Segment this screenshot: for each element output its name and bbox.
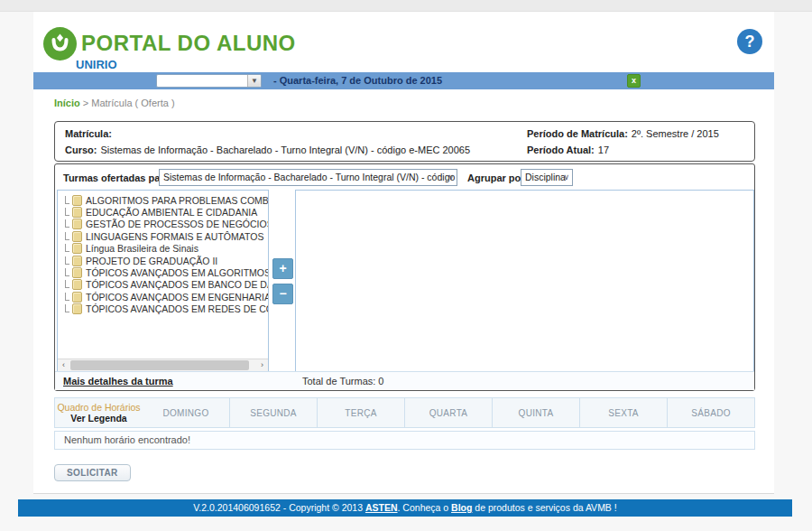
remove-turma-button[interactable]: − [272, 284, 293, 304]
tree-expander-icon[interactable] [61, 293, 70, 302]
institution-name: UNIRIO [76, 58, 117, 71]
breadcrumb: Início > Matrícula ( Oferta ) [54, 98, 175, 108]
folder-icon [72, 267, 82, 278]
periodo-matricula-value: 2º. Semestre / 2015 [632, 128, 719, 139]
schedule-day-header: SEXTA [580, 397, 668, 428]
tree-item-label: PROJETO DE GRADUAÇÃO II [86, 256, 217, 266]
footer-middle-text: . Conheça o [398, 502, 452, 513]
tree-expander-icon[interactable] [61, 232, 70, 241]
agrupar-select-value: Disciplina [525, 172, 566, 182]
tree-expander-icon[interactable] [61, 268, 70, 277]
agrupar-por-label: Agrupar por [467, 172, 525, 183]
quadro-horarios-label: Quadro de Horários [57, 402, 140, 413]
curso-label: Curso: [65, 144, 97, 155]
tree-expander-icon[interactable] [61, 219, 70, 228]
tree-item-label: TÓPICOS AVANÇADOS EM BANCO DE DADOS II [86, 279, 269, 290]
tree-item[interactable]: Língua Brasileira de Sinais [61, 243, 268, 255]
folder-icon [72, 231, 82, 242]
tree-expander-icon[interactable] [61, 304, 70, 313]
agrupar-por-select[interactable]: Disciplina ∨ [521, 169, 573, 186]
portal-logo [43, 27, 77, 61]
tree-item[interactable]: GESTÃO DE PROCESSOS DE NEGÓCIOS [61, 219, 268, 230]
solicitar-button[interactable]: SOLICITAR [54, 464, 131, 481]
tree-item[interactable]: LINGUAGENS FORMAIS E AUTÔMATOS [61, 230, 268, 242]
schedule-day-header: SÁBADO [668, 397, 755, 428]
breadcrumb-current: > Matrícula ( Oferta ) [80, 98, 175, 108]
tree-item-label: GESTÃO DE PROCESSOS DE NEGÓCIOS [86, 219, 269, 229]
offers-section-footer: Mais detalhes da turma Total de Turmas: … [55, 371, 754, 390]
current-date: - Quarta-feira, 7 de Outubro de 2015 [273, 75, 442, 86]
top-bar: ▼ - Quarta-feira, 7 de Outubro de 2015 x [33, 72, 774, 89]
breadcrumb-home-link[interactable]: Início [54, 98, 80, 108]
tree-item-label: TÓPICOS AVANÇADOS EM ALGORITMOS I [86, 267, 269, 278]
chevron-down-icon: ∨ [448, 170, 454, 185]
blog-link[interactable]: Blog [451, 502, 472, 513]
tree-expander-icon[interactable] [61, 208, 70, 217]
close-icon[interactable]: x [627, 74, 641, 88]
folder-icon [72, 243, 82, 254]
schedule-day-header: QUARTA [405, 397, 493, 428]
footer-bar: V.2.0.201406091652 - Copyright © 2013 AS… [18, 499, 792, 517]
add-turma-button[interactable]: + [272, 258, 293, 279]
schedule-empty-message: Nenhum horário encontrado! [54, 431, 755, 450]
disciplines-tree-panel: ALGORITMOS PARA PROBLEMAS COMBINATÓRIOS … [57, 190, 269, 372]
horizontal-scrollbar[interactable]: ‹ › [58, 359, 268, 371]
folder-icon [72, 292, 82, 303]
periodo-atual-value: 17 [598, 144, 609, 155]
tree-item[interactable]: ALGORITMOS PARA PROBLEMAS COMBINATÓRIOS [61, 194, 268, 206]
tree-item[interactable]: TÓPICOS AVANÇADOS EM ALGORITMOS I [61, 266, 268, 278]
scroll-right-icon[interactable]: › [256, 359, 268, 371]
schedule-day-header: QUINTA [493, 397, 580, 428]
periodo-atual-row: Período Atual:17 [527, 144, 609, 155]
enrollment-info-box: Matrícula: Curso:Sistemas de Informação … [54, 121, 755, 162]
total-turmas-label: Total de Turmas: 0 [302, 376, 384, 387]
tree-expander-icon[interactable] [61, 280, 70, 289]
curso-row: Curso:Sistemas de Informação - Bacharela… [65, 144, 470, 155]
tree-item[interactable]: TÓPICOS AVANÇADOS EM ENGENHARIA DE SOFTW… [61, 291, 268, 303]
curso-select-value: Sistemas de Informação - Bacharelado - T… [163, 172, 457, 182]
folder-icon [72, 279, 82, 290]
tree-item[interactable]: PROJETO DE GRADUAÇÃO II [61, 255, 268, 266]
schedule-day-header: TERÇA [318, 397, 405, 428]
tree-item-label: LINGUAGENS FORMAIS E AUTÔMATOS [86, 231, 263, 242]
help-icon[interactable]: ? [737, 29, 762, 54]
unirio-logo-icon [43, 27, 77, 61]
footer-rest-text: de produtos e serviços da AVMB ! [472, 502, 616, 513]
periodo-matricula-row: Período de Matrícula:2º. Semestre / 2015 [527, 128, 719, 139]
top-strip [0, 0, 812, 12]
tree-expander-icon[interactable] [61, 196, 70, 205]
footer-version-text: V.2.0.201406091652 - Copyright © 2013 [193, 502, 365, 513]
topbar-dropdown[interactable]: ▼ [156, 74, 262, 88]
matricula-label: Matrícula: [65, 128, 112, 139]
tree-expander-icon[interactable] [61, 244, 70, 253]
chevron-down-icon: ∨ [563, 170, 569, 185]
scroll-left-icon[interactable]: ‹ [58, 359, 69, 371]
chevron-down-icon[interactable]: ▼ [247, 75, 261, 87]
folder-icon [72, 195, 82, 206]
disciplines-tree: ALGORITMOS PARA PROBLEMAS COMBINATÓRIOS … [58, 191, 268, 315]
tree-item[interactable]: TÓPICOS AVANÇADOS EM BANCO DE DADOS II [61, 279, 268, 291]
periodo-atual-label: Período Atual: [527, 144, 595, 155]
schedule-day-header: SEGUNDA [230, 397, 318, 428]
folder-icon [72, 207, 82, 218]
ver-legenda-link[interactable]: Ver Legenda [70, 413, 126, 424]
tree-item-label: EDUCAÇÃO AMBIENTAL E CIDADANIA [86, 207, 257, 218]
offers-section: Turmas ofertadas para o curso Sistemas d… [54, 163, 755, 391]
tree-item-label: TÓPICOS AVANÇADOS EM ENGENHARIA DE SOFTW… [86, 292, 269, 303]
asten-link[interactable]: ASTEN [365, 502, 398, 513]
tree-item-label: TÓPICOS AVANÇADOS EM REDES DE COMPUTADOR… [86, 303, 269, 314]
schedule-title-cell: Quadro de Horários Ver Legenda [54, 397, 143, 428]
scrollbar-thumb[interactable] [70, 360, 249, 370]
periodo-matricula-label: Período de Matrícula: [527, 128, 628, 139]
tree-expander-icon[interactable] [61, 256, 70, 266]
schedule-day-header: DOMINGO [143, 397, 230, 428]
matricula-row: Matrícula: [65, 128, 115, 139]
page: PORTAL DO ALUNO UNIRIO ? ▼ - Quarta-feir… [0, 0, 812, 531]
mais-detalhes-link[interactable]: Mais detalhes da turma [63, 376, 173, 387]
folder-icon [72, 303, 82, 314]
curso-select[interactable]: Sistemas de Informação - Bacharelado - T… [159, 169, 457, 186]
tree-item[interactable]: EDUCAÇÃO AMBIENTAL E CIDADANIA [61, 206, 268, 218]
tree-item-label: ALGORITMOS PARA PROBLEMAS COMBINATÓRIOS [86, 195, 269, 206]
tree-item[interactable]: TÓPICOS AVANÇADOS EM REDES DE COMPUTADOR… [61, 303, 268, 315]
page-title: PORTAL DO ALUNO [81, 31, 296, 56]
